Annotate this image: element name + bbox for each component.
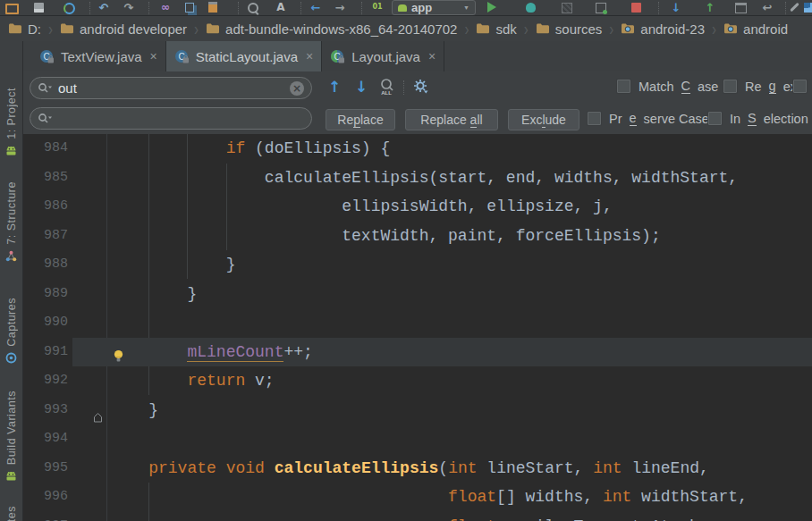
replace-button[interactable]: Replace xyxy=(326,109,395,130)
run-icon[interactable] xyxy=(487,2,496,13)
tab-close-icon[interactable]: × xyxy=(428,49,436,63)
replace-field[interactable] xyxy=(30,107,312,130)
checkbox-box[interactable] xyxy=(616,79,631,94)
stop-icon[interactable] xyxy=(631,3,641,13)
code-text: textWidth, paint, forceEllipsis); xyxy=(110,222,812,251)
gear-icon[interactable] xyxy=(411,77,429,101)
settings-wrench-icon[interactable] xyxy=(790,3,799,13)
redo-icon[interactable]: ↷ xyxy=(122,1,136,14)
save-all-icon[interactable] xyxy=(34,3,44,13)
line-number[interactable]: 992 xyxy=(23,366,68,396)
toolbar-separator xyxy=(89,2,91,14)
previous-occurrence-icon[interactable]: ↑ xyxy=(326,76,343,98)
breadcrumb-separator-icon: › xyxy=(464,17,469,38)
code-line: 995 private void calculateEllipsis(int l… xyxy=(23,454,812,483)
line-number[interactable]: 988 xyxy=(23,250,68,280)
sidebar-item-7-structure[interactable]: 7: Structure xyxy=(0,181,22,265)
checkbox-box[interactable] xyxy=(792,79,808,94)
tab-close-icon[interactable]: × xyxy=(306,49,313,63)
open-file-icon[interactable] xyxy=(5,4,19,14)
checkbox-box[interactable] xyxy=(723,79,738,94)
code-line: 989 } xyxy=(23,280,812,309)
vcs-changes-icon[interactable]: 01 xyxy=(370,1,385,14)
preserve-case-checkbox[interactable]: Preserve Case xyxy=(587,111,709,126)
run-config-select[interactable]: app▼ xyxy=(392,0,476,15)
sidebar-item-1-project[interactable]: 1: Project xyxy=(0,88,22,160)
debug-icon[interactable] xyxy=(526,3,536,13)
sidebar-item-build-variants[interactable]: Build Variants xyxy=(0,391,22,485)
tab-textview-java[interactable]: CTextView.java× xyxy=(31,41,166,71)
line-number[interactable]: 996 xyxy=(23,483,68,512)
breadcrumb-item[interactable]: sdk xyxy=(476,21,516,37)
breadcrumb-item[interactable]: android xyxy=(723,21,788,37)
breadcrumb-item[interactable]: adt-bundle-windows-x86_64-20140702 xyxy=(206,21,457,37)
sidebar-item-favorites[interactable]: Favorites xyxy=(0,506,22,521)
tool-window-icon[interactable] xyxy=(735,3,747,13)
code-line: 986 ellipsisWidth, ellipsize, j, xyxy=(23,192,812,222)
breadcrumb-label: android developer xyxy=(80,21,187,37)
line-number[interactable]: 985 xyxy=(23,164,68,193)
breadcrumb-label: sdk xyxy=(495,21,516,37)
undo-icon[interactable]: ↶ xyxy=(97,1,111,14)
folder-icon xyxy=(536,21,550,37)
font-search-icon[interactable]: A xyxy=(274,1,288,14)
label-text: In xyxy=(730,112,740,126)
line-number[interactable]: 986 xyxy=(23,192,68,222)
clipped-checkbox[interactable] xyxy=(792,79,812,94)
line-number[interactable]: 997 xyxy=(23,512,68,521)
replace-input[interactable] xyxy=(53,111,304,126)
match-case-checkbox[interactable]: Match Case xyxy=(616,79,718,94)
code-text: float avail, TruncateAt where, xyxy=(110,512,812,521)
update-project-icon[interactable]: ↓ xyxy=(669,1,683,14)
checkbox-box[interactable] xyxy=(707,111,723,126)
breadcrumb-item[interactable]: android-23 xyxy=(621,21,705,37)
back-icon[interactable]: ← xyxy=(309,1,323,14)
in-selection-checkbox[interactable]: In Selection xyxy=(707,111,808,126)
code-text: } xyxy=(110,280,812,309)
find-icon[interactable]: ∞ xyxy=(158,1,173,14)
line-number[interactable]: 987 xyxy=(23,222,68,251)
regex-checkbox[interactable]: Regex xyxy=(723,79,797,94)
replace-all-button[interactable]: Replace all xyxy=(405,109,498,130)
forward-icon[interactable]: → xyxy=(333,1,347,14)
exclude-button[interactable]: Exclude xyxy=(508,109,579,130)
search-field[interactable]: × xyxy=(30,77,312,99)
intention-bulb-icon[interactable] xyxy=(113,345,124,374)
commit-icon[interactable]: ↑ xyxy=(703,1,717,14)
code-text: ellipsisWidth, ellipsize, j, xyxy=(110,192,812,222)
line-number[interactable]: 989 xyxy=(23,280,68,309)
sync-icon[interactable] xyxy=(63,3,75,14)
search-everywhere-icon[interactable] xyxy=(248,3,258,13)
line-number[interactable]: 995 xyxy=(23,454,68,483)
coverage-icon[interactable] xyxy=(562,3,572,13)
line-number[interactable]: 990 xyxy=(23,308,68,338)
toolbar-separator xyxy=(658,2,660,14)
code-line: 997 float avail, TruncateAt where, xyxy=(23,512,812,521)
tab-label: StaticLayout.java xyxy=(196,49,298,64)
line-number[interactable]: 991 xyxy=(23,338,68,367)
source-folder-icon xyxy=(723,21,738,37)
find-all-icon[interactable]: ALL xyxy=(378,78,396,104)
line-number[interactable]: 994 xyxy=(23,424,68,454)
search-input[interactable] xyxy=(53,80,290,96)
breadcrumb-item[interactable]: android developer xyxy=(60,21,187,37)
sidebar-item-captures[interactable]: Captures xyxy=(0,298,22,367)
fold-marker-icon[interactable] xyxy=(92,405,104,434)
profiler-icon[interactable] xyxy=(596,3,606,13)
project-structure-icon[interactable] xyxy=(804,3,812,13)
next-occurrence-icon[interactable]: ↓ xyxy=(352,76,370,98)
breadcrumb-item[interactable]: D: xyxy=(8,21,41,37)
code-text: return v; xyxy=(110,366,812,396)
copy-icon[interactable] xyxy=(185,3,194,13)
tab-staticlayout-java[interactable]: CStaticLayout.java× xyxy=(166,41,322,71)
line-number[interactable]: 984 xyxy=(23,134,68,164)
code-editor[interactable]: 984 if (doEllipsis) {985 calculateEllips… xyxy=(23,134,812,521)
breadcrumb-item[interactable]: sources xyxy=(536,21,603,37)
tab-close-icon[interactable]: × xyxy=(150,49,157,63)
line-number[interactable]: 993 xyxy=(23,396,68,425)
clear-search-icon[interactable]: × xyxy=(290,81,304,96)
restore-layout-icon[interactable]: ↩ xyxy=(760,1,774,14)
checkbox-box[interactable] xyxy=(587,111,602,126)
tab-layout-java[interactable]: CLayout.java× xyxy=(322,41,444,71)
paste-icon[interactable] xyxy=(208,4,217,13)
